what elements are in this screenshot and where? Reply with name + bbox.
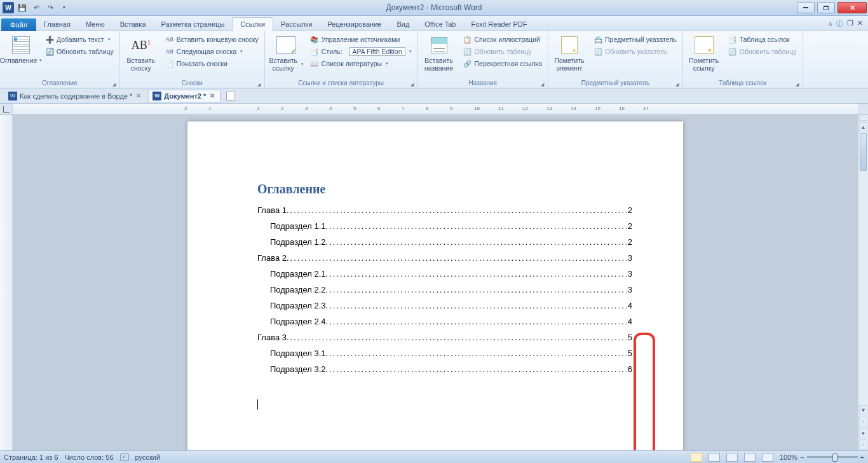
update-tof-icon: 🔄 (463, 47, 472, 56)
footnote-icon: AB1 (132, 39, 151, 52)
toc-entry[interactable]: Глава 23 (257, 253, 632, 263)
tab-selector[interactable] (0, 104, 13, 114)
doctab-new[interactable] (222, 90, 240, 102)
btn-mark-citation[interactable]: Пометить ссылку (686, 32, 722, 79)
zoom-level[interactable]: 100% (780, 453, 797, 461)
citation-icon (276, 36, 295, 54)
qat-customize-icon[interactable]: ▾ (58, 2, 70, 13)
toc-entry[interactable]: Подраздел 3.26 (257, 364, 632, 374)
style-selector[interactable]: 📑Стиль: APA Fifth Edition▾ (307, 46, 415, 57)
maximize-button[interactable] (817, 2, 835, 13)
toc-entry[interactable]: Подраздел 2.23 (257, 285, 632, 294)
toc-entry-page: 4 (627, 317, 632, 326)
toc-entry-title: Подраздел 3.2 (270, 364, 326, 374)
btn-insert-endnote[interactable]: ABВставить концевую сноску (162, 34, 262, 45)
tab-foxit[interactable]: Foxit Reader PDF (463, 18, 534, 31)
group-label-index: Предметный указатель (551, 79, 680, 88)
scroll-thumb[interactable] (860, 133, 867, 171)
qat-undo-icon[interactable]: ↶ (31, 2, 42, 13)
status-words[interactable]: Число слов: 56 (65, 453, 114, 461)
file-tab[interactable]: Файл (1, 18, 36, 31)
btn-insert-citation[interactable]: Вставить ссылку▾ (268, 32, 304, 79)
toc-entry[interactable]: Глава 12 (257, 205, 632, 215)
tab-menu[interactable]: Меню (78, 18, 112, 31)
toc-entry[interactable]: Подраздел 2.13 (257, 269, 632, 279)
next-page-icon[interactable]: ◦ (859, 439, 867, 450)
tab-office-tab[interactable]: Office Tab (417, 18, 463, 31)
btn-insert-caption[interactable]: Вставить название (421, 32, 458, 79)
tab-mailings[interactable]: Рассылки (273, 18, 320, 31)
view-full-screen[interactable] (709, 453, 720, 462)
btn-show-footnotes[interactable]: 📄Показать сноски (162, 58, 262, 69)
btn-add-text[interactable]: ➕Добавить текст▾ (42, 34, 117, 45)
split-handle[interactable] (859, 116, 867, 121)
tab-insert[interactable]: Вставка (112, 18, 154, 31)
scroll-up-icon[interactable]: ▲ (859, 122, 867, 132)
doc-close-icon[interactable]: ✕ (857, 19, 863, 29)
vertical-scrollbar[interactable]: ▲ ▼ ◦ ● ◦ (858, 115, 868, 450)
scroll-down-icon[interactable]: ▼ (859, 405, 867, 415)
toc-entry[interactable]: Подраздел 1.12 (257, 221, 632, 231)
group-label-footnotes: Сноски (123, 79, 262, 88)
zoom-out-icon[interactable]: − (800, 453, 804, 461)
tab-view[interactable]: Вид (389, 18, 417, 31)
word-app-icon[interactable]: W (3, 2, 14, 13)
btn-insert-index[interactable]: 📇Предметный указатель (590, 34, 680, 45)
btn-table-of-contents[interactable]: Оглавление▾ (3, 32, 39, 79)
toc-entry[interactable]: Подраздел 1.22 (257, 237, 632, 247)
qat-save-icon[interactable]: 💾 (17, 2, 28, 13)
zoom-in-icon[interactable]: + (860, 453, 864, 461)
btn-insert-toa[interactable]: 📑Таблица ссылок (725, 34, 800, 45)
toc-entry[interactable]: Подраздел 2.34 (257, 301, 632, 310)
status-language[interactable]: русский (135, 453, 160, 461)
qat-redo-icon[interactable]: ↷ (44, 2, 56, 13)
toc-entry[interactable]: Подраздел 3.15 (257, 349, 632, 358)
view-web-layout[interactable] (726, 453, 738, 462)
status-page[interactable]: Страница: 1 из 6 (4, 453, 58, 461)
zoom-slider[interactable] (807, 456, 858, 458)
btn-update-toa[interactable]: 🔄Обновить таблицу (725, 46, 800, 57)
tab-review[interactable]: Рецензирование (320, 18, 389, 31)
prev-page-icon[interactable]: ◦ (859, 417, 867, 427)
btn-update-table[interactable]: 🔄Обновить таблицу (42, 46, 117, 57)
doctab-1-close-icon[interactable]: ✕ (208, 92, 216, 99)
scroll-track[interactable] (858, 133, 868, 404)
view-outline[interactable] (744, 453, 756, 462)
document-canvas[interactable]: Оглавление Глава 12Подраздел 1.12Подразд… (13, 115, 858, 450)
doctab-1[interactable]: W Документ2 * ✕ (148, 90, 220, 102)
btn-bibliography[interactable]: 📖Список литературы▾ (307, 58, 415, 69)
browse-object-icon[interactable]: ● (859, 428, 867, 438)
btn-update-index[interactable]: 🔄Обновить указатель (590, 46, 680, 57)
show-footnotes-icon: 📄 (165, 59, 174, 68)
btn-insert-footnote[interactable]: AB1 Вставить сноску (123, 32, 159, 79)
toc-entry[interactable]: Подраздел 2.44 (257, 317, 632, 326)
horizontal-ruler[interactable]: 211234567891011121314151617 (13, 104, 858, 114)
update-index-icon: 🔄 (593, 47, 602, 56)
highlight-annotation (634, 333, 655, 450)
toc-leader (326, 317, 627, 326)
tab-references[interactable]: Ссылки (232, 17, 273, 31)
tab-home[interactable]: Главная (36, 18, 78, 31)
doc-restore-icon[interactable]: ❐ (847, 19, 853, 29)
vertical-ruler[interactable] (0, 115, 13, 450)
toc-entry-title: Глава 2 (257, 253, 287, 263)
view-draft[interactable] (762, 453, 773, 462)
btn-manage-sources[interactable]: 📚Управление источниками (307, 34, 415, 45)
btn-next-footnote[interactable]: ABСледующая сноска▾ (162, 46, 262, 57)
doctab-0[interactable]: W Как сделать содержание в Ворде * ✕ (4, 90, 147, 102)
close-button[interactable]: ✕ (837, 2, 867, 13)
view-print-layout[interactable] (691, 453, 702, 462)
btn-mark-entry[interactable]: Пометить элемент (551, 32, 588, 79)
minimize-button[interactable] (797, 2, 815, 13)
btn-update-tof[interactable]: 🔄Обновить таблицу (460, 46, 545, 57)
btn-cross-reference[interactable]: 🔗Перекрестная ссылка (460, 58, 545, 69)
page[interactable]: Оглавление Глава 12Подраздел 1.12Подразд… (187, 121, 683, 450)
toc-entry[interactable]: Глава 35 (257, 333, 632, 342)
zoom-control[interactable]: 100% − + (780, 453, 864, 461)
btn-table-of-figures[interactable]: 📋Список иллюстраций (460, 34, 545, 45)
doctab-0-close-icon[interactable]: ✕ (135, 92, 142, 99)
tab-page-layout[interactable]: Разметка страницы (154, 18, 233, 31)
status-proofing-icon[interactable]: ✓ (120, 453, 129, 461)
help-icon[interactable]: ⓘ (836, 19, 843, 29)
ribbon-minimize-icon[interactable]: ▵ (829, 19, 832, 29)
